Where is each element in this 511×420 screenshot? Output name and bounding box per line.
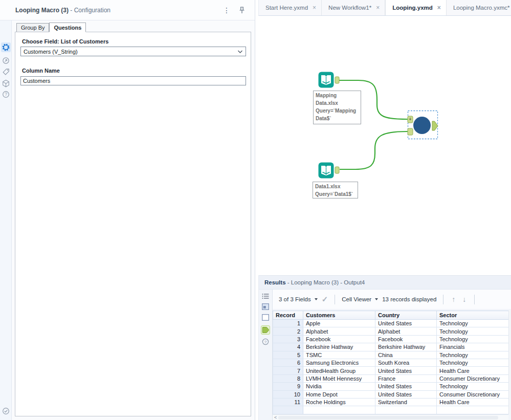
data-cell[interactable]: UnitedHealth Group: [303, 367, 375, 374]
column-header-customers[interactable]: Customers: [303, 311, 375, 320]
record-number-cell[interactable]: 4: [273, 343, 303, 351]
data-cell[interactable]: Health Care: [437, 398, 509, 406]
config-tab-group-by[interactable]: Group By: [16, 23, 49, 32]
data-cell[interactable]: Technology: [437, 351, 509, 359]
record-number-cell[interactable]: 5: [273, 351, 303, 359]
check-circle-icon[interactable]: [1, 406, 11, 416]
data-cell[interactable]: France: [375, 374, 437, 382]
column-name-input[interactable]: [20, 76, 246, 85]
workflow-canvas[interactable]: Mapping Data.xlsx Query=`Mapping Data$` …: [258, 16, 511, 275]
data-cell[interactable]: China: [375, 351, 437, 359]
record-number-cell[interactable]: 8: [273, 374, 303, 382]
kebab-menu-icon[interactable]: ⋮: [218, 6, 235, 14]
data-cell[interactable]: Facebook: [375, 335, 437, 343]
data1-output-anchor[interactable]: [335, 167, 339, 173]
target-icon[interactable]: [1, 56, 11, 65]
data1-annotation[interactable]: Data1.xlsx Query=`Data1$`: [313, 182, 358, 198]
workflow-tab-new-workflow1-[interactable]: New Workflow1*×: [322, 0, 385, 15]
data-cell[interactable]: Samsung Electronics: [303, 359, 375, 366]
data-cell[interactable]: Alphabet: [303, 327, 375, 335]
data-cell[interactable]: Consumer Discretionary: [437, 390, 509, 398]
workflow-tab-label: New Workflow1*: [328, 5, 371, 11]
tag-icon[interactable]: [1, 67, 11, 77]
data-cell[interactable]: Technology: [437, 359, 509, 366]
scroll-left-icon[interactable]: <: [273, 415, 278, 420]
configuration-header: Looping Macro (3) - Configuration ⋮: [0, 0, 255, 20]
record-number-cell[interactable]: 3: [273, 335, 303, 343]
down-arrow-button[interactable]: ↓: [461, 295, 468, 303]
workflow-tab-looping-yxmd[interactable]: Looping.yxmd×: [385, 0, 447, 15]
record-number-cell[interactable]: 11: [273, 398, 303, 406]
data-cell[interactable]: Technology: [437, 383, 509, 390]
input-data-tool-data1[interactable]: [318, 162, 334, 179]
choose-field-value: Customers (V_String): [24, 49, 237, 55]
record-number-cell[interactable]: 6: [273, 359, 303, 366]
data-cell[interactable]: Financials: [437, 343, 509, 351]
output-anchor-icon[interactable]: [261, 325, 270, 335]
cube-icon[interactable]: [1, 78, 11, 88]
input-data-tool-mapping[interactable]: [318, 72, 334, 88]
data-cell[interactable]: TSMC: [303, 351, 375, 359]
data-cell[interactable]: Technology: [437, 335, 509, 343]
data-cell[interactable]: United States: [375, 390, 437, 398]
data-cell[interactable]: South Korea: [375, 359, 437, 366]
book-icon: [318, 162, 334, 179]
record-number-cell[interactable]: 2: [273, 327, 303, 335]
help-icon[interactable]: ?: [1, 90, 11, 99]
record-number-cell[interactable]: 10: [273, 390, 303, 398]
book-icon: [318, 72, 334, 88]
data-cell[interactable]: Berkshire Hathway: [375, 343, 437, 351]
column-header-sector[interactable]: Sector: [437, 311, 509, 320]
apply-check-icon[interactable]: ✓: [322, 295, 328, 304]
column-header-record[interactable]: Record: [273, 311, 303, 320]
vertical-scrollbar[interactable]: [508, 311, 511, 414]
data-cell[interactable]: Home Depot: [303, 390, 375, 398]
pin-icon[interactable]: [235, 6, 249, 14]
connection-data1-to-macro[interactable]: [340, 131, 408, 169]
looping-macro-tool[interactable]: [413, 117, 431, 134]
mapping-output-anchor[interactable]: [335, 77, 339, 83]
macro-output-anchor[interactable]: [432, 121, 438, 130]
column-header-country[interactable]: Country: [375, 311, 437, 320]
workflow-tab-start-here-yxmd[interactable]: Start Here.yxmd×: [259, 0, 322, 15]
data-cell[interactable]: Technology: [437, 327, 509, 335]
results-panel: Results - Looping Macro (3) - Output4: [258, 275, 511, 420]
data-cell[interactable]: United States: [375, 383, 437, 390]
close-icon[interactable]: ×: [376, 4, 380, 11]
data-cell[interactable]: Switzerland: [375, 398, 437, 406]
data-cell[interactable]: Alphabet: [375, 327, 437, 335]
horizontal-scrollbar[interactable]: <: [273, 414, 508, 420]
data-view-icon[interactable]: [261, 313, 270, 322]
workflow-tab-label: Looping Macro.yxmc*: [453, 5, 510, 11]
help-icon[interactable]: ?: [261, 337, 270, 346]
data-cell[interactable]: Roche Holdings: [303, 398, 375, 406]
data-cell[interactable]: Consumer Discretionary: [437, 374, 509, 382]
gear-icon[interactable]: [1, 42, 11, 52]
record-number-cell[interactable]: 9: [273, 383, 303, 390]
fields-dropdown[interactable]: 3 of 3 Fields: [279, 296, 318, 302]
metadata-view-icon[interactable]: [261, 302, 270, 311]
list-icon[interactable]: [261, 292, 270, 301]
data-cell: [375, 406, 437, 414]
data-cell[interactable]: Berkshire Hathway: [303, 343, 375, 351]
data-cell[interactable]: Facebook: [303, 335, 375, 343]
data-cell[interactable]: Technology: [437, 320, 509, 327]
mapping-annotation[interactable]: Mapping Data.xlsx Query=`Mapping Data$`: [313, 91, 361, 124]
config-tab-questions[interactable]: Questions: [49, 23, 86, 32]
data-cell[interactable]: LVMH Moët Hennessy: [303, 374, 375, 382]
data-cell[interactable]: Apple: [303, 320, 375, 327]
macro-input-anchor-2[interactable]: [408, 128, 413, 135]
close-icon[interactable]: ×: [437, 4, 441, 11]
cell-viewer-dropdown[interactable]: Cell Viewer: [342, 296, 378, 302]
record-number-cell[interactable]: 7: [273, 367, 303, 374]
scrollbar-thumb[interactable]: [278, 416, 498, 419]
choose-field-dropdown[interactable]: Customers (V_String): [20, 47, 246, 56]
workflow-tab-looping-macro-yxmc-[interactable]: Looping Macro.yxmc*×: [447, 0, 511, 15]
data-cell[interactable]: United States: [375, 320, 437, 327]
data-cell[interactable]: Nvidia: [303, 383, 375, 390]
data-cell[interactable]: United States: [375, 367, 437, 374]
record-number-cell[interactable]: 1: [273, 320, 303, 327]
data-cell[interactable]: Health Care: [437, 367, 509, 374]
close-icon[interactable]: ×: [313, 4, 316, 11]
up-arrow-button[interactable]: ↑: [450, 295, 457, 303]
